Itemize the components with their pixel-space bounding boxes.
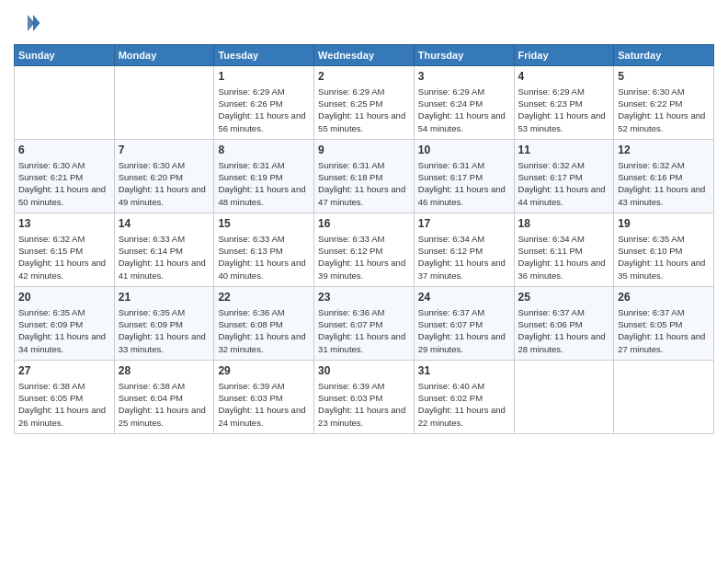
col-header-wednesday: Wednesday — [314, 45, 415, 66]
cell-text: Sunset: 6:09 PM — [18, 318, 110, 330]
cell-text: Daylight: 11 hours and 46 minutes. — [418, 183, 510, 208]
cell-text: Sunset: 6:04 PM — [119, 392, 210, 404]
cell-text: Sunrise: 6:35 AM — [18, 306, 110, 318]
cell-text: Sunset: 6:05 PM — [18, 392, 110, 404]
cell-text: Sunset: 6:02 PM — [418, 392, 510, 404]
cell-text: Sunset: 6:22 PM — [618, 98, 710, 109]
cell-text: Sunrise: 6:36 AM — [218, 306, 310, 318]
cell-text: Sunset: 6:09 PM — [119, 318, 210, 330]
calendar-cell: 19Sunrise: 6:35 AMSunset: 6:10 PMDayligh… — [614, 213, 714, 287]
day-number: 20 — [18, 290, 110, 305]
cell-text: Sunrise: 6:29 AM — [318, 86, 410, 98]
cell-text: Sunset: 6:12 PM — [418, 245, 510, 257]
cell-text: Sunrise: 6:39 AM — [318, 380, 410, 392]
cell-text: Daylight: 11 hours and 26 minutes. — [18, 404, 110, 429]
day-number: 6 — [18, 143, 110, 158]
cell-text: Sunrise: 6:32 AM — [18, 233, 110, 245]
cell-text: Daylight: 11 hours and 43 minutes. — [618, 183, 710, 208]
cell-text: Daylight: 11 hours and 41 minutes. — [119, 257, 210, 282]
cell-text: Sunset: 6:15 PM — [18, 245, 110, 257]
cell-text: Sunrise: 6:32 AM — [518, 159, 610, 171]
cell-text: Daylight: 11 hours and 40 minutes. — [218, 257, 310, 282]
day-number: 31 — [418, 363, 510, 379]
cell-text: Sunrise: 6:34 AM — [418, 233, 510, 245]
day-number: 3 — [418, 69, 510, 85]
day-number: 26 — [618, 290, 710, 305]
cell-text: Sunset: 6:23 PM — [518, 98, 610, 109]
day-number: 27 — [18, 363, 110, 379]
cell-text: Sunrise: 6:31 AM — [318, 159, 410, 171]
cell-text: Sunset: 6:03 PM — [218, 392, 310, 404]
cell-text: Sunset: 6:16 PM — [618, 171, 710, 183]
day-number: 12 — [618, 143, 710, 158]
calendar-cell — [15, 66, 115, 140]
day-number: 17 — [418, 216, 510, 232]
cell-text: Sunrise: 6:33 AM — [318, 233, 410, 245]
logo — [14, 9, 45, 37]
cell-text: Daylight: 11 hours and 39 minutes. — [318, 257, 410, 282]
cell-text: Sunrise: 6:33 AM — [119, 233, 210, 245]
cell-text: Daylight: 11 hours and 35 minutes. — [618, 257, 710, 282]
cell-text: Sunset: 6:19 PM — [218, 171, 310, 183]
cell-text: Daylight: 11 hours and 42 minutes. — [18, 257, 110, 282]
calendar-cell: 31Sunrise: 6:40 AMSunset: 6:02 PMDayligh… — [414, 361, 514, 434]
calendar-cell: 10Sunrise: 6:31 AMSunset: 6:17 PMDayligh… — [414, 140, 514, 213]
cell-text: Sunrise: 6:30 AM — [618, 86, 710, 98]
calendar-cell: 3Sunrise: 6:29 AMSunset: 6:24 PMDaylight… — [414, 66, 514, 140]
day-number: 23 — [318, 290, 410, 305]
calendar-cell: 7Sunrise: 6:30 AMSunset: 6:20 PMDaylight… — [114, 140, 214, 213]
calendar-cell: 16Sunrise: 6:33 AMSunset: 6:12 PMDayligh… — [314, 213, 415, 287]
calendar-cell: 2Sunrise: 6:29 AMSunset: 6:25 PMDaylight… — [314, 66, 415, 140]
calendar-cell: 13Sunrise: 6:32 AMSunset: 6:15 PMDayligh… — [15, 213, 115, 287]
cell-text: Daylight: 11 hours and 22 minutes. — [418, 404, 510, 429]
cell-text: Sunset: 6:08 PM — [218, 318, 310, 330]
cell-text: Daylight: 11 hours and 33 minutes. — [119, 330, 210, 355]
calendar-cell: 28Sunrise: 6:38 AMSunset: 6:04 PMDayligh… — [114, 361, 214, 434]
cell-text: Sunset: 6:03 PM — [318, 392, 410, 404]
cell-text: Sunrise: 6:31 AM — [218, 159, 310, 171]
calendar-cell: 30Sunrise: 6:39 AMSunset: 6:03 PMDayligh… — [314, 361, 415, 434]
cell-text: Daylight: 11 hours and 53 minutes. — [518, 109, 610, 134]
page: SundayMondayTuesdayWednesdayThursdayFrid… — [0, 0, 728, 563]
day-number: 30 — [318, 363, 410, 379]
day-number: 9 — [318, 143, 410, 158]
cell-text: Sunset: 6:26 PM — [218, 98, 310, 109]
logo-icon — [14, 9, 41, 37]
week-row-1: 6Sunrise: 6:30 AMSunset: 6:21 PMDaylight… — [15, 140, 714, 213]
cell-text: Daylight: 11 hours and 55 minutes. — [318, 109, 410, 134]
day-number: 18 — [518, 216, 610, 232]
calendar-cell: 25Sunrise: 6:37 AMSunset: 6:06 PMDayligh… — [514, 287, 614, 361]
cell-text: Daylight: 11 hours and 29 minutes. — [418, 330, 510, 355]
cell-text: Daylight: 11 hours and 52 minutes. — [618, 109, 710, 134]
calendar-cell — [514, 361, 614, 434]
cell-text: Sunrise: 6:40 AM — [418, 380, 510, 392]
day-number: 15 — [218, 216, 310, 232]
cell-text: Sunrise: 6:38 AM — [119, 380, 210, 392]
cell-text: Sunset: 6:17 PM — [518, 171, 610, 183]
cell-text: Sunset: 6:11 PM — [518, 245, 610, 257]
calendar-cell: 27Sunrise: 6:38 AMSunset: 6:05 PMDayligh… — [15, 361, 115, 434]
cell-text: Sunrise: 6:32 AM — [618, 159, 710, 171]
cell-text: Sunset: 6:12 PM — [318, 245, 410, 257]
header — [14, 9, 714, 37]
day-number: 25 — [518, 290, 610, 305]
cell-text: Sunrise: 6:36 AM — [318, 306, 410, 318]
day-number: 7 — [119, 143, 210, 158]
day-number: 8 — [218, 143, 310, 158]
cell-text: Sunset: 6:10 PM — [618, 245, 710, 257]
calendar-cell: 26Sunrise: 6:37 AMSunset: 6:05 PMDayligh… — [614, 287, 714, 361]
calendar-cell: 29Sunrise: 6:39 AMSunset: 6:03 PMDayligh… — [214, 361, 314, 434]
cell-text: Daylight: 11 hours and 25 minutes. — [119, 404, 210, 429]
calendar-cell: 12Sunrise: 6:32 AMSunset: 6:16 PMDayligh… — [614, 140, 714, 213]
day-number: 21 — [119, 290, 210, 305]
cell-text: Sunrise: 6:38 AM — [18, 380, 110, 392]
calendar-cell: 21Sunrise: 6:35 AMSunset: 6:09 PMDayligh… — [114, 287, 214, 361]
day-number: 5 — [618, 69, 710, 85]
calendar-table: SundayMondayTuesdayWednesdayThursdayFrid… — [14, 44, 714, 434]
col-header-tuesday: Tuesday — [214, 45, 314, 66]
day-number: 4 — [518, 69, 610, 85]
week-row-3: 20Sunrise: 6:35 AMSunset: 6:09 PMDayligh… — [15, 287, 714, 361]
calendar-cell: 24Sunrise: 6:37 AMSunset: 6:07 PMDayligh… — [414, 287, 514, 361]
cell-text: Sunrise: 6:35 AM — [119, 306, 210, 318]
cell-text: Sunrise: 6:29 AM — [218, 86, 310, 98]
